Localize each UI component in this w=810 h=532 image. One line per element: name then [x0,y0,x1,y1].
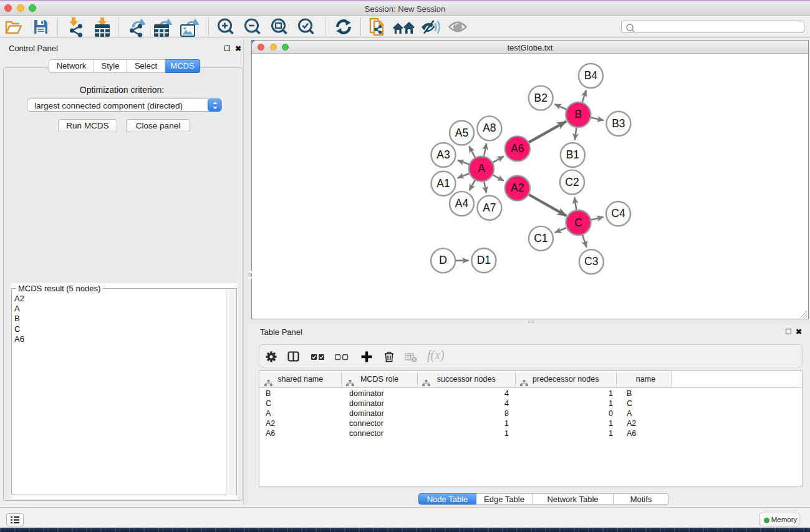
svg-text:B2: B2 [534,92,547,104]
svg-text:A3: A3 [436,148,450,161]
svg-text:C2: C2 [565,176,579,188]
svg-text:C4: C4 [611,207,625,220]
svg-text:A: A [478,162,485,175]
svg-text:A2: A2 [511,181,524,194]
svg-text:A7: A7 [483,201,496,214]
svg-text:B3: B3 [612,117,625,130]
svg-text:D: D [439,254,447,266]
svg-text:A5: A5 [455,127,468,139]
svg-text:B1: B1 [566,148,579,161]
svg-text:D1: D1 [477,254,491,266]
svg-text:B4: B4 [584,69,598,82]
svg-text:A8: A8 [483,122,496,134]
svg-text:C1: C1 [534,232,547,244]
svg-text:A4: A4 [455,197,469,210]
svg-text:C: C [574,216,582,229]
svg-text:C3: C3 [584,255,598,268]
svg-text:A6: A6 [511,142,524,155]
svg-text:B: B [574,108,582,120]
svg-text:A1: A1 [436,177,450,190]
